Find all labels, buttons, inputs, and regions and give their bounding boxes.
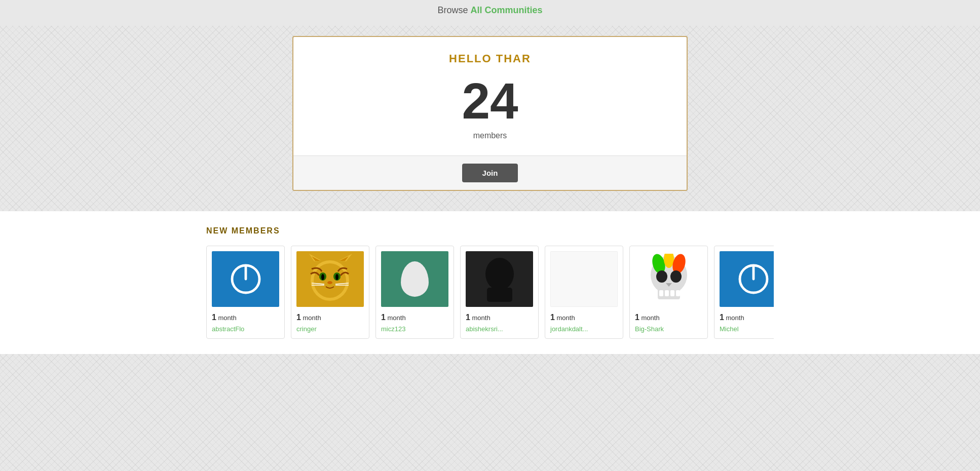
member-name-link[interactable]: Michel [720, 325, 739, 333]
skull-avatar [644, 254, 694, 304]
member-count: 24 [314, 75, 666, 126]
svg-point-18 [485, 258, 514, 290]
browse-text: Browse All Communities [437, 5, 542, 15]
list-item: 1 month micz123 [375, 246, 454, 339]
hello-card: HELLO THAR 24 members Join [292, 36, 688, 191]
new-members-title: NEW MEMBERS [206, 226, 774, 236]
power-icon [231, 264, 261, 294]
tiger-avatar [296, 251, 364, 307]
avatar [466, 251, 533, 307]
member-time: 1 month [635, 313, 702, 322]
member-name-link[interactable]: micz123 [381, 325, 405, 333]
member-name-link[interactable]: Big-Shark [635, 325, 664, 333]
svg-point-7 [321, 274, 324, 280]
member-time: 1 month [466, 313, 533, 322]
avatar [550, 251, 618, 307]
svg-point-9 [327, 281, 332, 284]
hello-card-body: HELLO THAR 24 members [293, 37, 687, 155]
members-label: members [314, 131, 666, 140]
svg-rect-28 [665, 290, 669, 296]
members-grid: 1 month abstractFlo [206, 246, 774, 339]
member-name-link[interactable]: jordankdalt... [550, 325, 588, 333]
member-name-link[interactable]: abstractFlo [212, 325, 244, 333]
svg-point-26 [670, 270, 682, 283]
person-silhouette [479, 256, 520, 302]
avatar [720, 251, 774, 307]
join-button[interactable]: Join [462, 164, 518, 182]
all-communities-link[interactable]: All Communities [471, 5, 543, 15]
list-item: 1 month abishekrsri... [460, 246, 539, 339]
svg-rect-29 [670, 290, 674, 296]
svg-point-25 [656, 270, 667, 283]
member-name-link[interactable]: cringer [296, 325, 317, 333]
list-item: 1 month Big-Shark [629, 246, 708, 339]
svg-rect-27 [659, 290, 663, 296]
member-name-link[interactable]: abishekrsri... [466, 325, 503, 333]
member-time: 1 month [720, 313, 774, 322]
svg-rect-19 [487, 288, 512, 302]
new-members-section: NEW MEMBERS 1 month abstractFlo [0, 211, 980, 354]
member-time: 1 month [381, 313, 448, 322]
browse-label: Browse [437, 5, 468, 15]
power-icon [738, 264, 769, 294]
avatar [212, 251, 279, 307]
avatar [635, 251, 702, 307]
top-bar: Browse All Communities [0, 0, 980, 26]
list-item: 1 month abstractFlo [206, 246, 285, 339]
svg-rect-30 [676, 290, 680, 296]
hello-card-footer: Join [293, 155, 687, 190]
list-item: 1 month Michel [714, 246, 774, 339]
member-time: 1 month [550, 313, 618, 322]
svg-point-8 [335, 274, 338, 280]
avatar [296, 251, 364, 307]
member-time: 1 month [212, 313, 279, 322]
list-item: 1 month jordankdalt... [545, 246, 623, 339]
list-item: 1 month cringer [291, 246, 369, 339]
hello-title: HELLO THAR [314, 52, 666, 65]
member-time: 1 month [296, 313, 364, 322]
avatar [381, 251, 448, 307]
